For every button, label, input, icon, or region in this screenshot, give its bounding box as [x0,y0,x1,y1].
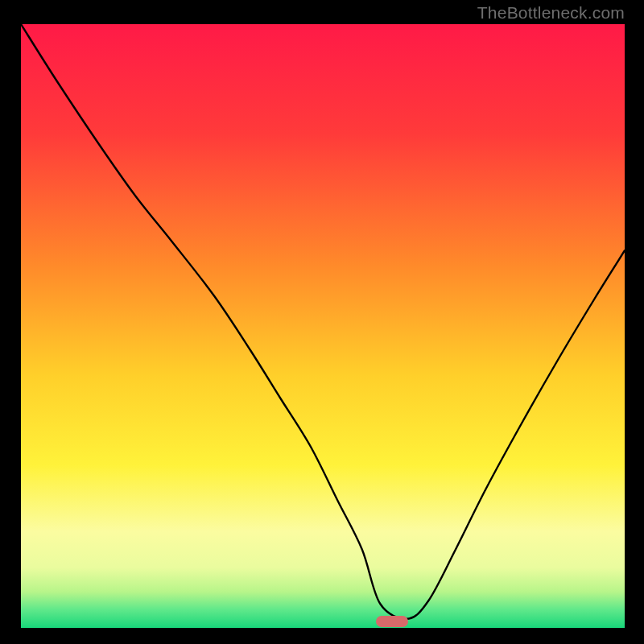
bottleneck-curve-path [21,24,625,619]
watermark-text: TheBottleneck.com [477,3,625,23]
plot-area [21,24,625,628]
optimal-marker [376,616,408,627]
bottleneck-curve [21,24,625,628]
chart-frame: TheBottleneck.com [0,0,644,644]
